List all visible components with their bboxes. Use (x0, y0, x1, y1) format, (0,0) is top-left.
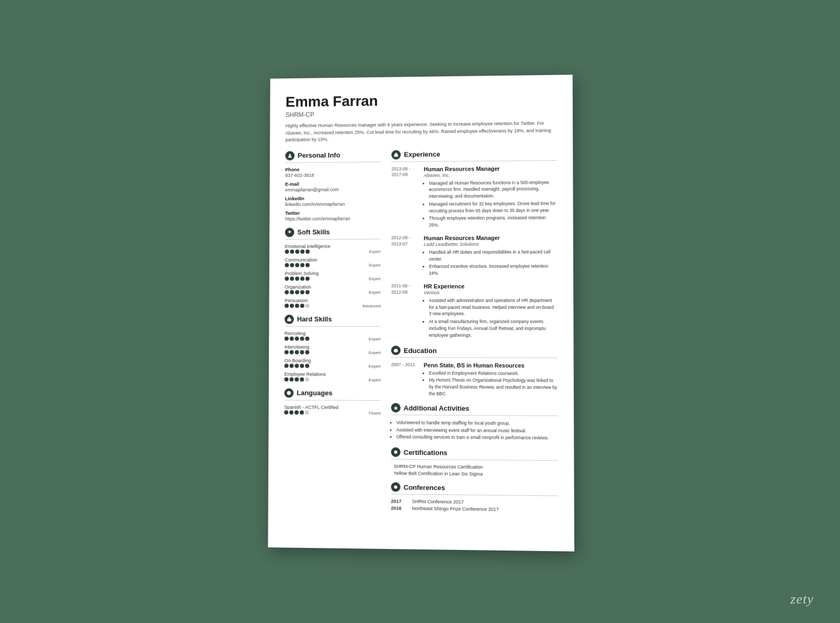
personal-info-title: Personal Info (298, 151, 340, 159)
skill-name: Interviewing (285, 344, 381, 349)
phone-value: 937-602-3818 (285, 172, 381, 178)
skill-name: Emotional Intelligence (285, 243, 381, 249)
experience-title: Experience (404, 150, 440, 158)
resume-summary: Highly effective Human Resources manager… (286, 120, 557, 143)
skill-dots-row: Expert (285, 263, 381, 267)
experience-entry: 2013-08 - 2017-09 Human Resources Manage… (391, 165, 557, 230)
languages-list: Spanish - ACTFL Certified Fluent (284, 404, 381, 416)
skill-dots-row: Expert (285, 377, 381, 382)
skill-level: Expert (369, 249, 381, 254)
email-value: emmapfarran@gmail.com (285, 186, 381, 192)
resume-card: Emma Farran SHRM-CP Highly effective Hum… (268, 75, 574, 552)
skill-name: On-Boarding (285, 358, 381, 363)
soft-skills-title: Soft Skills (297, 228, 330, 236)
skill-level: Advanced (362, 304, 381, 308)
skill-row: Emotional Intelligence Expert (285, 243, 381, 254)
language-dots-row: Fluent (284, 410, 381, 416)
twitter-value: https://twitter.com/emmapfarran (285, 215, 381, 221)
edu-bullet: Excelled in Employment Relations courseo… (429, 370, 558, 377)
skill-row: Communication Expert (285, 257, 381, 267)
additional-activities-list: Volunteered to handle temp staffing for … (391, 420, 558, 442)
phone-label: Phone (285, 166, 381, 172)
conferences-icon (391, 482, 401, 492)
conferences-list: 2017 SHRM Conference 2017 2016 Northeast… (391, 499, 558, 513)
skill-row: On-Boarding Expert (285, 358, 381, 368)
skill-row: Problem Solving Expert (285, 271, 381, 281)
personal-info-section: Phone 937-602-3818 E-mail emmapfarran@gm… (285, 166, 381, 221)
skill-dots-row: Expert (285, 290, 381, 295)
skill-level: Expert (369, 364, 381, 368)
exp-details: Human Resources Manager Abaveo, Inc. Man… (424, 165, 557, 230)
experience-list: 2013-08 - 2017-09 Human Resources Manage… (391, 165, 558, 340)
skill-dots-row: Expert (285, 276, 381, 281)
svg-marker-5 (393, 406, 398, 410)
certifications-list: SHRM-CP Human Resources CertificationYel… (391, 464, 558, 477)
language-row: Spanish - ACTFL Certified Fluent (284, 404, 381, 416)
experience-entry: 2012-08 - 2013-07 Human Resources Manage… (391, 234, 557, 278)
certifications-header: Certifications (391, 448, 558, 461)
edu-degree: Penn State, BS in Human Resources (424, 362, 558, 369)
conferences-title: Conferences (404, 483, 445, 492)
education-entry: 2007 - 2011 Penn State, BS in Human Reso… (391, 362, 558, 398)
additional-activities-icon (391, 403, 401, 412)
conference-row: 2016 Northeast Shingo Prize Conference 2… (391, 505, 558, 513)
conference-row: 2017 SHRM Conference 2017 (391, 499, 558, 505)
svg-rect-4 (394, 154, 398, 157)
exp-bullet: Handled all HR duties and responsibiliti… (429, 248, 557, 262)
skill-name: Recruiting (285, 330, 381, 336)
exp-job-title: Human Resources Manager (424, 165, 557, 172)
page-wrapper: Emma Farran SHRM-CP Highly effective Hum… (0, 0, 840, 623)
linkedin-value: linkedin.com/in/emmapfarran (285, 201, 381, 207)
skill-level: Expert (369, 350, 381, 355)
soft-skills-icon (285, 227, 295, 237)
skill-name: Problem Solving (285, 271, 381, 276)
exp-company: Ladd Leadbetter Solutions (424, 241, 557, 247)
certifications-icon (391, 448, 401, 457)
skill-level: Expert (369, 336, 381, 341)
conferences-header: Conferences (391, 482, 558, 496)
exp-dates: 2013-08 - 2017-09 (391, 166, 418, 230)
conf-name: Northeast Shingo Prize Conference 2017 (412, 506, 499, 512)
experience-icon (392, 150, 401, 159)
skill-dots-row: Advanced (285, 304, 381, 308)
skill-row: Employee Relations Expert (285, 371, 381, 382)
skill-row: Persuasion Advanced (285, 298, 381, 308)
skill-row: Recruiting Expert (285, 330, 381, 341)
exp-bullet: Managed all Human Resources functions in… (429, 179, 557, 200)
additional-activities-title: Additional Activities (404, 404, 469, 412)
skill-level: Expert (369, 276, 381, 281)
resume-header: Emma Farran SHRM-CP Highly effective Hum… (286, 90, 557, 143)
certifications-title: Certifications (404, 448, 447, 456)
exp-company: Abaveo, Inc. (424, 172, 557, 178)
skill-dots-row: Expert (285, 350, 381, 355)
conf-year: 2017 (391, 499, 407, 504)
skill-name: Communication (285, 257, 381, 262)
edu-details: Penn State, BS in Human Resources Excell… (424, 362, 558, 397)
exp-details: Human Resources Manager Ladd Leadbetter … (424, 234, 558, 278)
soft-skills-list: Emotional Intelligence Expert Communicat… (285, 243, 381, 308)
two-col-layout: Personal Info Phone 937-602-3818 E-mail … (284, 149, 558, 514)
hard-skills-list: Recruiting Expert Interviewing Expert On… (285, 330, 381, 382)
exp-bullet: Through employee retention programs, inc… (429, 214, 557, 229)
svg-point-7 (394, 485, 397, 489)
skill-dots-row: Expert (285, 364, 381, 369)
email-label: E-mail (285, 181, 381, 186)
svg-rect-1 (287, 318, 291, 321)
languages-header: Languages (284, 388, 381, 401)
exp-dates: 2011-06 - 2012-08 (391, 283, 418, 339)
education-icon (391, 346, 401, 355)
exp-company: Various (424, 289, 558, 295)
exp-dates: 2012-08 - 2013-07 (391, 235, 418, 278)
exp-bullet: Assisted with administration and operati… (429, 297, 558, 318)
certification-item: SHRM-CP Human Resources Certification (391, 464, 558, 471)
exp-bullet: Managed recruitment for 32 key employees… (429, 200, 557, 214)
exp-bullets: Handled all HR duties and responsibiliti… (424, 248, 558, 277)
exp-bullets: Assisted with administration and operati… (424, 297, 558, 339)
language-level: Fluent (369, 410, 381, 415)
certification-item: Yellow Belt Certification in Lean Six Si… (391, 471, 558, 477)
exp-details: HR Experience Various Assisted with admi… (424, 283, 558, 339)
conf-name: SHRM Conference 2017 (412, 499, 464, 505)
exp-job-title: HR Experience (424, 283, 558, 289)
personal-info-header: Personal Info (285, 150, 381, 163)
skill-level: Expert (369, 290, 381, 295)
